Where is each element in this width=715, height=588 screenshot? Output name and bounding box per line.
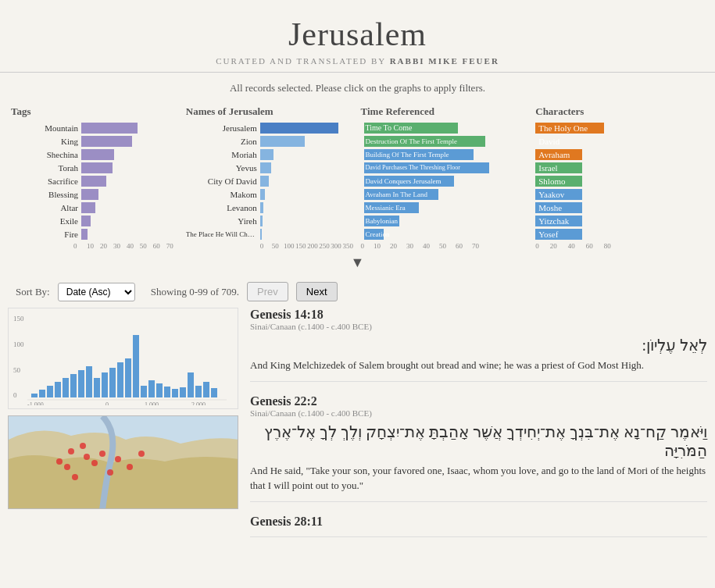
histogram[interactable]: 150 100 50 0 (8, 308, 238, 409)
record-3: Genesis 28:11 (250, 515, 707, 537)
time-bar-1[interactable]: Time To Come (364, 123, 458, 134)
time-bar-7[interactable]: Messianic Era (364, 202, 419, 213)
svg-point-41 (115, 456, 121, 462)
svg-rect-26 (203, 382, 209, 397)
char-bar-shlomo[interactable]: Shlomo (535, 176, 582, 187)
map-view[interactable] (8, 415, 238, 509)
time-bar-9[interactable]: Creation (364, 229, 384, 240)
svg-rect-10 (78, 370, 84, 397)
svg-rect-7 (55, 382, 61, 397)
svg-rect-16 (125, 358, 131, 397)
svg-rect-21 (164, 387, 170, 397)
right-panel: Genesis 14:18 Sinai/Canaan (c.1400 - c.4… (250, 308, 707, 550)
svg-rect-17 (133, 335, 139, 397)
time-bar-8[interactable]: Babylonian Exile (364, 216, 399, 226)
svg-rect-14 (109, 368, 116, 397)
sort-select[interactable]: Date (Asc) Date (Desc) Title (A-Z) Title… (58, 283, 135, 301)
next-button[interactable]: Next (296, 282, 338, 301)
char-bar-holyOne[interactable]: The Holy One (535, 123, 604, 134)
names-section: Names of Jerusalem Jerusalem Zion Moriah… (183, 105, 358, 250)
time-bar-3[interactable]: Building Of The First Temple (364, 149, 474, 160)
record-2: Genesis 22:2 Sinai/Canaan (c.1400 - c.40… (250, 394, 707, 502)
char-bar-israel[interactable]: Israel (535, 162, 582, 173)
tag-bar-torah[interactable] (81, 162, 113, 173)
svg-rect-12 (94, 378, 100, 397)
controls-row: Sort By: Date (Asc) Date (Desc) Title (A… (0, 276, 715, 308)
char-bar-david[interactable]: David (535, 136, 588, 147)
record-1-hebrew: לְאֵל עֶלְיוֹן: (250, 336, 707, 355)
svg-rect-13 (102, 372, 108, 397)
svg-rect-19 (148, 380, 155, 397)
names-bars[interactable]: Jerusalem Zion Moriah Yevus City Of Davi… (186, 123, 355, 240)
svg-point-42 (127, 464, 133, 470)
svg-point-39 (64, 464, 70, 470)
svg-point-45 (107, 469, 113, 476)
name-bar-makom[interactable] (260, 189, 265, 200)
record-2-subtitle: Sinai/Canaan (c.1400 - c.400 BCE) (250, 408, 707, 418)
record-2-hebrew: וַיֹּאמֶר קַח־נָא אֶת־בִּנְךָ אֶת־יְחִיד… (250, 422, 707, 460)
svg-rect-6 (47, 386, 53, 397)
time-bar-6[interactable]: Avraham In The Land (364, 189, 438, 200)
svg-rect-15 (117, 362, 123, 397)
prev-button[interactable]: Prev (247, 282, 288, 301)
record-2-english: And He said, "Take your son, your favore… (250, 463, 707, 494)
time-title: Time Referenced (361, 105, 530, 118)
svg-point-44 (56, 458, 63, 465)
tag-bar-blessing[interactable] (81, 189, 98, 200)
tag-bar-exile[interactable] (81, 216, 91, 226)
svg-point-34 (68, 448, 74, 454)
tags-section: Tags Mountain King Shechina Torah Sacrif… (8, 105, 183, 250)
time-bar-2[interactable]: Destruction Of The First Temple (364, 136, 485, 147)
filter-info: All records selected. Please click on th… (0, 82, 715, 94)
tag-bar-shechina[interactable] (81, 149, 114, 160)
name-bar-levanon[interactable] (260, 202, 263, 213)
time-bars[interactable]: Time To Come Destruction Of The First Te… (361, 123, 530, 240)
svg-rect-9 (70, 374, 77, 397)
time-section: Time Referenced Time To Come Destruction… (358, 105, 533, 250)
svg-text:0: 0 (105, 401, 109, 405)
svg-point-35 (84, 454, 90, 460)
svg-rect-22 (172, 389, 178, 397)
char-bar-yaakov[interactable]: Yaakov (535, 189, 582, 200)
charts-row: Tags Mountain King Shechina Torah Sacrif… (0, 105, 715, 250)
characters-bars[interactable]: The Holy One David Avraham Israel Shlomo… (535, 123, 704, 240)
page-title: Jerusalem (0, 16, 715, 53)
char-bar-avraham[interactable]: Avraham (535, 149, 582, 160)
name-bar-moriah[interactable] (260, 149, 273, 160)
tag-bar-sacrifice[interactable] (81, 176, 106, 187)
name-bar-cityofdavid[interactable] (260, 176, 269, 187)
char-bar-yitzchak[interactable]: Yitzchak (535, 216, 582, 226)
expand-arrow[interactable]: ▼ (0, 255, 715, 271)
svg-rect-27 (211, 388, 217, 397)
tags-title: Tags (11, 105, 180, 118)
svg-rect-11 (86, 366, 92, 397)
svg-rect-23 (180, 387, 186, 397)
name-bar-jerusalem[interactable] (260, 123, 338, 134)
tags-bars[interactable]: Mountain King Shechina Torah Sacrifice B… (11, 123, 180, 240)
page-subtitle: CURATED AND TRANSLATED BY RABBI MIKE FEU… (0, 56, 715, 66)
time-bar-4[interactable]: David Purchases The Threshing Floor (364, 162, 489, 173)
name-bar-yevus[interactable] (260, 162, 271, 173)
record-1-subtitle: Sinai/Canaan (c.1400 - c.400 BCE) (250, 322, 707, 331)
svg-text:1,000: 1,000 (145, 401, 159, 405)
tag-bar-altar[interactable] (81, 202, 95, 213)
svg-rect-5 (39, 390, 45, 397)
time-bar-5[interactable]: David Conquers Jerusalem (364, 176, 454, 187)
svg-point-38 (91, 460, 98, 466)
svg-rect-8 (63, 378, 69, 397)
record-1-title: Genesis 14:18 (250, 308, 707, 322)
svg-rect-4 (31, 394, 38, 397)
svg-rect-25 (195, 386, 202, 397)
tag-bar-king[interactable] (81, 136, 132, 147)
name-bar-yireh[interactable] (260, 216, 263, 226)
name-bar-willchoose[interactable] (260, 229, 262, 240)
record-1-english: And King Melchizedek of Salem brought ou… (250, 358, 707, 373)
name-bar-zion[interactable] (260, 136, 305, 147)
tag-bar-mountain[interactable] (81, 123, 138, 134)
svg-point-43 (138, 451, 145, 457)
tag-bar-fire[interactable] (81, 229, 88, 240)
characters-title: Characters (535, 105, 704, 118)
char-bar-moshe[interactable]: Moshe (535, 202, 582, 213)
content-area: 150 100 50 0 (0, 308, 715, 550)
char-bar-yosef[interactable]: Yosef (535, 229, 582, 240)
